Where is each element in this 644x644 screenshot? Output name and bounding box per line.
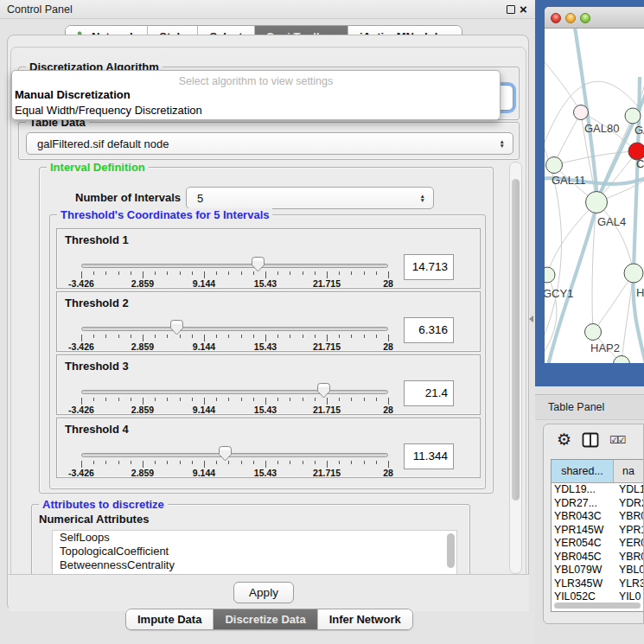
combo-arrows-icon: ▲▼ xyxy=(420,194,425,202)
column-header-shared-name[interactable]: shared... xyxy=(552,460,614,482)
gal80-node[interactable] xyxy=(574,105,589,120)
threshold-label: Threshold 2 xyxy=(65,296,129,309)
threshold-panel-1: Threshold 1-3.4262.8599.14415.4321.71528… xyxy=(56,228,481,289)
threshold-label: Threshold 3 xyxy=(65,360,129,373)
network-edge[interactable] xyxy=(545,46,581,112)
attributes-group: Attributes to discretize Numerical Attri… xyxy=(31,504,470,574)
tick-label: 9.144 xyxy=(193,405,215,415)
table-row[interactable]: YBR043CYBR0 xyxy=(552,510,643,524)
table-panel-title: Table Panel xyxy=(548,401,604,413)
tick-label: 28 xyxy=(383,405,393,415)
network-edge[interactable] xyxy=(554,112,581,165)
table-row[interactable]: YER054CYER0 xyxy=(552,537,643,551)
network-canvas[interactable]: GAL80GACGAL11GAL4GCY1HHAP2 xyxy=(545,29,644,363)
table-row[interactable]: YPR145WYPR1 xyxy=(552,524,643,538)
bottom-node[interactable] xyxy=(614,356,630,364)
table-row[interactable]: YDL19...YDL1 xyxy=(552,483,643,497)
cell-shared-name: YER054C xyxy=(552,537,614,551)
threshold-slider-track[interactable] xyxy=(81,264,388,268)
tab-impute-data[interactable]: Impute Data xyxy=(126,609,213,629)
tick-label: 2.859 xyxy=(131,278,154,289)
minimize-traffic-light-icon[interactable] xyxy=(565,13,576,23)
cell-name: YBR0 xyxy=(614,551,643,564)
network-graph: GAL80GACGAL11GAL4GCY1HHAP2 xyxy=(545,29,644,363)
network-frame: GAL80GACGAL11GAL4GCY1HHAP2 xyxy=(535,0,644,386)
apply-button[interactable]: Apply xyxy=(233,582,294,603)
network-window-titlebar[interactable] xyxy=(545,7,644,29)
threshold-slider-track[interactable] xyxy=(81,390,388,394)
control-panel-titlebar: Control Panel × xyxy=(0,0,535,19)
cyni-toolbox-panel: Discretization Algorithm Table Data galF… xyxy=(7,35,529,611)
threshold-value-field[interactable]: 14.713 xyxy=(404,254,454,280)
settings-vertical-scrollbar[interactable] xyxy=(509,162,522,574)
threshold-slider-thumb[interactable] xyxy=(219,446,232,462)
zoom-traffic-light-icon[interactable] xyxy=(580,13,590,23)
threshold-slider-track[interactable] xyxy=(81,327,388,331)
slider-tick-labels: -3.4262.8599.14415.4321.71528 xyxy=(81,341,388,352)
gal11-node[interactable] xyxy=(546,157,563,174)
tick-label: 9.144 xyxy=(193,278,215,289)
cell-name: YBL0 xyxy=(614,564,643,577)
cell-shared-name: YPR145W xyxy=(552,524,614,538)
algorithm-option[interactable]: Manual Discretization xyxy=(12,87,500,103)
scrollbar-thumb[interactable] xyxy=(512,179,520,501)
algorithm-hint: Select algorithm to view settings xyxy=(12,71,500,87)
tick-label: 9.144 xyxy=(193,341,215,352)
table-header-row: shared... na xyxy=(552,460,643,483)
close-icon[interactable]: × xyxy=(520,4,527,15)
hap2-node[interactable] xyxy=(585,324,602,341)
threshold-slider-thumb[interactable] xyxy=(170,320,183,335)
bottom-tab-bar: Impute DataDiscretize DataInfer Network xyxy=(125,609,413,630)
table-panel: ⚙ ☑☑ shared... na YDL19...YDL1YDR27...YD… xyxy=(543,424,644,624)
threshold-value-field[interactable]: 21.4 xyxy=(404,380,454,406)
h-node[interactable] xyxy=(624,264,643,283)
algorithm-dropdown-popup: Select algorithm to view settings Manual… xyxy=(11,70,501,120)
threshold-slider-track[interactable] xyxy=(81,453,388,457)
right-region: GAL80GACGAL11GAL4GCY1HHAP2 Table Panel ⚙… xyxy=(535,0,644,644)
number-of-intervals-combobox[interactable]: 5 ▲▼ xyxy=(186,187,434,209)
tick-label: 21.715 xyxy=(313,405,341,415)
columns-icon[interactable] xyxy=(582,432,599,451)
attributes-list-scrollbar[interactable] xyxy=(447,533,455,568)
split-pane-handle[interactable] xyxy=(529,316,533,322)
cell-name: YBR0 xyxy=(614,510,643,524)
tab-label: Impute Data xyxy=(137,613,201,626)
gal4-node[interactable] xyxy=(586,192,608,214)
tick-label: 15.43 xyxy=(254,341,277,352)
cell-shared-name: YBR043C xyxy=(552,510,614,524)
combo-arrows-icon: ▲▼ xyxy=(500,139,505,148)
attribute-item[interactable]: SelfLoops xyxy=(53,531,456,545)
attribute-item[interactable]: BetweennessCentrality xyxy=(53,558,456,572)
attribute-item[interactable]: TopologicalCoefficient xyxy=(53,545,456,558)
network-edge[interactable] xyxy=(593,273,634,332)
threshold-value-field[interactable]: 11.344 xyxy=(404,443,454,469)
threshold-value-field[interactable]: 6.316 xyxy=(404,317,454,343)
table-row[interactable]: YDR27...YDR2 xyxy=(552,497,643,511)
table-row[interactable]: YLR345WYLR3 xyxy=(552,577,643,591)
algorithm-option[interactable]: Equal Width/Frequency Discretization xyxy=(12,103,500,118)
node-table: shared... na YDL19...YDL1YDR27...YDR2YBR… xyxy=(551,459,644,612)
threshold-slider-thumb[interactable] xyxy=(317,383,330,399)
table-data-combobox[interactable]: galFiltered.sif default node ▲▼ xyxy=(26,132,513,155)
top-right-node[interactable] xyxy=(625,108,641,124)
network-edge[interactable] xyxy=(596,202,634,273)
gear-icon[interactable]: ⚙ xyxy=(557,430,571,450)
close-traffic-light-icon[interactable] xyxy=(551,13,561,23)
cell-name: YDR2 xyxy=(614,497,643,511)
network-edge[interactable] xyxy=(547,202,596,275)
threshold-slider-thumb[interactable] xyxy=(252,257,265,272)
checkboxes-icon[interactable]: ☑☑ xyxy=(609,434,625,446)
threshold-label: Threshold 4 xyxy=(65,423,129,436)
cell-name: YPR1 xyxy=(614,524,643,538)
node-label-hap2: HAP2 xyxy=(590,341,620,354)
tab-infer-network[interactable]: Infer Network xyxy=(317,609,412,629)
network-edge[interactable] xyxy=(554,151,637,165)
float-window-icon[interactable] xyxy=(507,5,515,14)
table-horizontal-scrollbar[interactable] xyxy=(554,603,641,609)
cell-name: YDL1 xyxy=(614,483,643,497)
gcy1-node[interactable] xyxy=(545,267,555,283)
column-header-name[interactable]: na xyxy=(614,460,643,482)
table-row[interactable]: YBR045CYBR0 xyxy=(552,551,643,564)
tab-discretize-data[interactable]: Discretize Data xyxy=(213,609,316,629)
table-row[interactable]: YBL079WYBL0 xyxy=(552,564,643,577)
